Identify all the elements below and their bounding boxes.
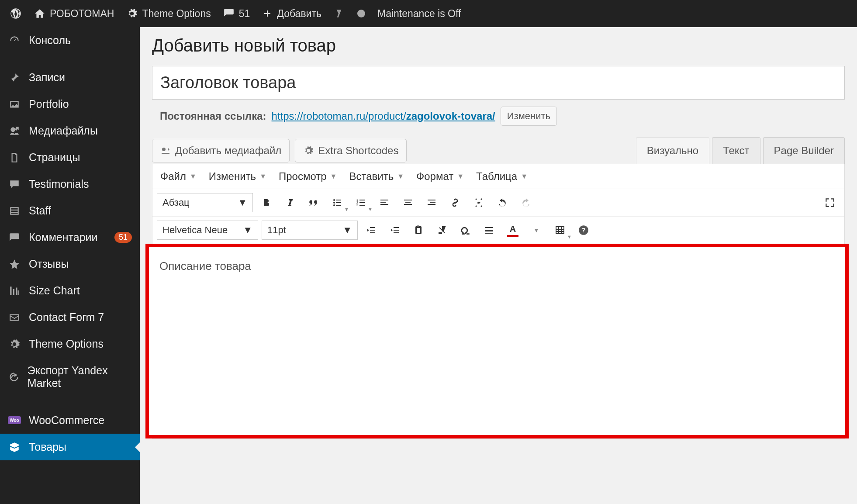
chevron-down-icon: ▼ xyxy=(397,173,404,180)
svg-rect-7 xyxy=(336,200,341,200)
permalink-url[interactable]: https://robotoman.ru/product/zagolovok-t… xyxy=(272,110,495,122)
sidebar-item-label: Portfolio xyxy=(29,98,69,110)
theme-options-link[interactable]: Theme Options xyxy=(120,0,217,27)
menu-format[interactable]: Формат▼ xyxy=(416,170,464,183)
sidebar-item-yandex-export[interactable]: Экспорт Yandex Market xyxy=(0,357,140,397)
sidebar-item-portfolio[interactable]: Portfolio xyxy=(0,91,140,117)
menu-edit[interactable]: Изменить▼ xyxy=(209,170,266,183)
chevron-down-icon: ▼ xyxy=(259,173,266,180)
bold-button[interactable] xyxy=(256,193,276,213)
menu-view[interactable]: Просмотр▼ xyxy=(279,170,337,183)
sidebar-item-comments[interactable]: Комментарии 51 xyxy=(0,224,140,251)
tab-pagebuilder[interactable]: Page Builder xyxy=(763,137,845,164)
maintenance-link[interactable]: Maintenance is Off xyxy=(371,0,467,27)
svg-rect-8 xyxy=(336,202,341,203)
font-family-select[interactable]: Helvetica Neue▼ xyxy=(157,221,258,240)
svg-text:3: 3 xyxy=(356,204,358,207)
sidebar-item-console[interactable]: Консоль xyxy=(0,27,140,54)
outdent-button[interactable] xyxy=(361,220,381,240)
home-icon xyxy=(34,8,45,19)
status-dot-icon xyxy=(357,10,365,17)
svg-rect-19 xyxy=(404,200,412,200)
editor-menubar: Файл▼ Изменить▼ Просмотр▼ Вставить▼ Форм… xyxy=(152,164,844,189)
woo-icon: Woo xyxy=(8,416,21,425)
redo-button[interactable] xyxy=(516,193,536,213)
fullscreen-button[interactable] xyxy=(820,193,840,213)
add-new-link[interactable]: Добавить xyxy=(256,0,328,27)
hr-button[interactable] xyxy=(479,220,499,240)
link-button[interactable] xyxy=(445,193,465,213)
sidebar-item-staff[interactable]: Staff xyxy=(0,197,140,224)
editor-container: Файл▼ Изменить▼ Просмотр▼ Вставить▼ Форм… xyxy=(152,164,845,439)
sidebar-item-pages[interactable]: Страницы xyxy=(0,144,140,171)
chevron-down-icon: ▼ xyxy=(243,224,252,236)
blockquote-button[interactable] xyxy=(304,193,324,213)
sidebar-item-sizechart[interactable]: Size Chart xyxy=(0,277,140,304)
star-icon xyxy=(8,259,21,270)
table-button[interactable]: ▼ xyxy=(550,220,570,240)
tab-visual[interactable]: Визуально xyxy=(636,137,709,164)
maintenance-label: Maintenance is Off xyxy=(377,8,461,20)
sidebar-item-media[interactable]: Медиафайлы xyxy=(0,117,140,144)
sidebar-item-label: Медиафайлы xyxy=(29,124,98,137)
font-size-select[interactable]: 11pt▼ xyxy=(262,221,358,240)
svg-rect-34 xyxy=(556,227,564,234)
comments-count: 51 xyxy=(239,8,250,20)
svg-rect-17 xyxy=(380,202,386,203)
sidebar-item-contactform[interactable]: Contact Form 7 xyxy=(0,304,140,331)
text-color-picker[interactable]: ▼ xyxy=(526,220,546,240)
add-new-label: Добавить xyxy=(277,8,321,20)
wordpress-icon xyxy=(10,7,22,20)
envelope-icon xyxy=(8,312,21,323)
format-select[interactable]: Абзац▼ xyxy=(157,193,253,212)
bullist-button[interactable]: ▼ xyxy=(327,193,347,213)
chevron-down-icon: ▼ xyxy=(567,234,572,239)
tab-text[interactable]: Текст xyxy=(712,137,760,164)
sidebar-item-posts[interactable]: Записи xyxy=(0,64,140,91)
paste-button[interactable] xyxy=(408,220,428,240)
text-color-button[interactable]: A xyxy=(503,220,523,240)
products-icon xyxy=(8,442,21,453)
menu-insert[interactable]: Вставить▼ xyxy=(349,170,404,183)
chevron-down-icon: ▼ xyxy=(368,207,373,212)
clear-format-button[interactable] xyxy=(432,220,452,240)
add-media-button[interactable]: Добавить медиафайл xyxy=(152,139,290,162)
special-char-button[interactable] xyxy=(456,220,476,240)
sidebar-item-products[interactable]: Товары xyxy=(0,434,140,460)
svg-rect-1 xyxy=(12,183,16,184)
alignleft-button[interactable] xyxy=(374,193,394,213)
extra-shortcodes-button[interactable]: Extra Shortcodes xyxy=(295,139,407,162)
svg-rect-15 xyxy=(359,205,365,206)
svg-text:Woo: Woo xyxy=(10,418,19,423)
help-button[interactable]: ? xyxy=(574,220,594,240)
svg-rect-27 xyxy=(370,232,375,233)
undo-button[interactable] xyxy=(492,193,512,213)
sidebar-item-woocommerce[interactable]: Woo WooCommerce xyxy=(0,407,140,434)
wp-logo[interactable] xyxy=(3,0,28,27)
sidebar-item-testimonials[interactable]: Testimonials xyxy=(0,171,140,197)
comment-icon xyxy=(8,232,21,243)
sidebar-item-label: WooCommerce xyxy=(29,414,104,427)
product-title-input[interactable] xyxy=(152,66,845,100)
menu-table[interactable]: Таблица▼ xyxy=(476,170,528,183)
svg-rect-13 xyxy=(359,200,365,200)
site-name-link[interactable]: РОБОТОМАН xyxy=(28,0,120,27)
status-dot-link[interactable] xyxy=(351,0,371,27)
indent-button[interactable] xyxy=(385,220,405,240)
comments-link[interactable]: 51 xyxy=(217,0,256,27)
aligncenter-button[interactable] xyxy=(398,193,418,213)
sidebar-item-themeoptions[interactable]: Theme Options xyxy=(0,331,140,357)
sidebar-item-reviews[interactable]: Отзывы xyxy=(0,251,140,277)
unlink-button[interactable] xyxy=(469,193,489,213)
yoast-link[interactable] xyxy=(328,0,351,27)
menu-file[interactable]: Файл▼ xyxy=(160,170,197,183)
numlist-button[interactable]: 123▼ xyxy=(351,193,371,213)
main-content: Добавить новый товар Постоянная ссылка: … xyxy=(140,27,857,504)
admin-sidebar: Консоль Записи Portfolio Медиафайлы Стра… xyxy=(0,27,140,504)
editor-content-area[interactable]: Описание товара xyxy=(149,247,845,435)
permalink-edit-button[interactable]: Изменить xyxy=(501,107,557,126)
cog-icon xyxy=(8,338,21,350)
italic-button[interactable] xyxy=(280,193,300,213)
alignright-button[interactable] xyxy=(422,193,442,213)
sidebar-item-label: Testimonials xyxy=(29,178,89,190)
